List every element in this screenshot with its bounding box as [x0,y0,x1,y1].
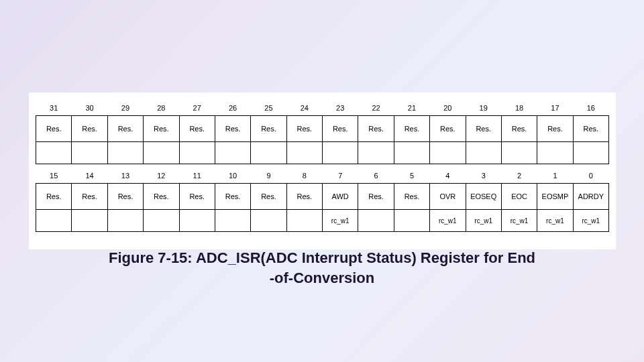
bit-num: 26 [215,101,250,116]
bit-num: 17 [537,101,573,116]
bit-field: Res. [36,116,72,142]
bit-access [323,142,358,164]
bit-field: Res. [251,184,286,210]
bit-access [394,142,429,164]
bit-num: 21 [394,101,429,116]
bit-access [144,142,179,164]
bit-field: Res. [215,116,250,142]
bit-num: 19 [466,101,501,116]
bit-access [72,142,107,164]
bit-field: EOC [501,184,537,210]
bit-field: Res. [501,116,537,142]
bit-field: AWD [323,184,358,210]
bit-field: Res. [215,184,250,210]
bit-num: 31 [36,101,72,116]
bit-field: Res. [323,116,358,142]
bit-field: Res. [72,184,107,210]
bit-access [286,210,322,232]
bit-access [179,142,215,164]
figure-caption-line2: -of-Conversion [270,269,374,286]
bit-num: 6 [358,168,394,184]
bit-access [144,210,179,232]
bit-field: ADRDY [573,184,608,210]
bit-access [466,142,501,164]
bit-num: 4 [430,168,466,184]
bit-num: 30 [72,101,107,116]
bit-access: rc_w1 [466,210,501,232]
bit-field: Res. [358,184,394,210]
bit-field: OVR [430,184,466,210]
bit-num: 28 [144,101,179,116]
bit-access [358,210,394,232]
bit-access [251,210,286,232]
bit-access [72,210,107,232]
bit-access: rc_w1 [323,210,358,232]
bit-field: Res. [394,184,429,210]
bit-access: rc_w1 [537,210,573,232]
bit-field: Res. [286,184,322,210]
bit-numbers-low: 15 14 13 12 11 10 9 8 7 6 5 4 3 2 1 0 [36,168,609,184]
bit-field: Res. [573,116,608,142]
bit-access: rc_w1 [573,210,608,232]
slide-canvas: 31 30 29 28 27 26 25 24 23 22 21 20 19 1… [0,0,644,362]
bit-access: rc_w1 [430,210,466,232]
bit-num: 2 [501,168,537,184]
bit-access [215,142,250,164]
bit-num: 13 [107,168,143,184]
bit-num: 22 [358,101,394,116]
figure-caption-line1: Figure 7-15: ADC_ISR(ADC Interrupt Statu… [109,249,535,266]
bit-access-high [36,142,609,164]
bit-access [215,210,250,232]
bit-num: 10 [215,168,250,184]
bit-access [286,142,322,164]
bit-field: Res. [251,116,286,142]
bit-num: 7 [323,168,358,184]
bit-num: 20 [430,101,466,116]
bit-num: 3 [466,168,501,184]
bit-num: 12 [144,168,179,184]
bit-num: 18 [501,101,537,116]
bit-num: 8 [286,168,322,184]
register-bit-table: 31 30 29 28 27 26 25 24 23 22 21 20 19 1… [36,101,609,232]
bit-num: 1 [537,168,573,184]
bit-access [107,142,143,164]
bit-field: Res. [537,116,573,142]
bit-access [394,210,429,232]
bit-field: Res. [144,184,179,210]
bit-field: Res. [36,184,72,210]
bit-access [179,210,215,232]
register-figure: 31 30 29 28 27 26 25 24 23 22 21 20 19 1… [29,93,616,249]
bit-numbers-high: 31 30 29 28 27 26 25 24 23 22 21 20 19 1… [36,101,609,116]
bit-num: 23 [323,101,358,116]
bit-num: 29 [107,101,143,116]
bit-num: 15 [36,168,72,184]
bit-num: 16 [573,101,608,116]
bit-field: Res. [430,116,466,142]
bit-access [251,142,286,164]
bit-field: Res. [144,116,179,142]
bit-num: 11 [179,168,215,184]
bit-field: Res. [466,116,501,142]
bit-num: 9 [251,168,286,184]
bit-access [36,210,72,232]
bit-access [358,142,394,164]
bit-fields-low: Res. Res. Res. Res. Res. Res. Res. Res. … [36,184,609,210]
bit-num: 25 [251,101,286,116]
bit-num: 14 [72,168,107,184]
figure-caption: Figure 7-15: ADC_ISR(ADC Interrupt Statu… [0,248,644,288]
bit-access [501,142,537,164]
bit-field: Res. [107,116,143,142]
bit-field: Res. [179,184,215,210]
bit-field: Res. [107,184,143,210]
bit-access-low: rc_w1 rc_w1 rc_w1 rc_w1 rc_w1 rc_w1 [36,210,609,232]
bit-field: EOSMP [537,184,573,210]
bit-num: 5 [394,168,429,184]
bit-num: 27 [179,101,215,116]
bit-field: EOSEQ [466,184,501,210]
bit-num: 24 [286,101,322,116]
bit-field: Res. [179,116,215,142]
bit-access [537,142,573,164]
bit-fields-high: Res. Res. Res. Res. Res. Res. Res. Res. … [36,116,609,142]
bit-num: 0 [573,168,608,184]
bit-access [107,210,143,232]
